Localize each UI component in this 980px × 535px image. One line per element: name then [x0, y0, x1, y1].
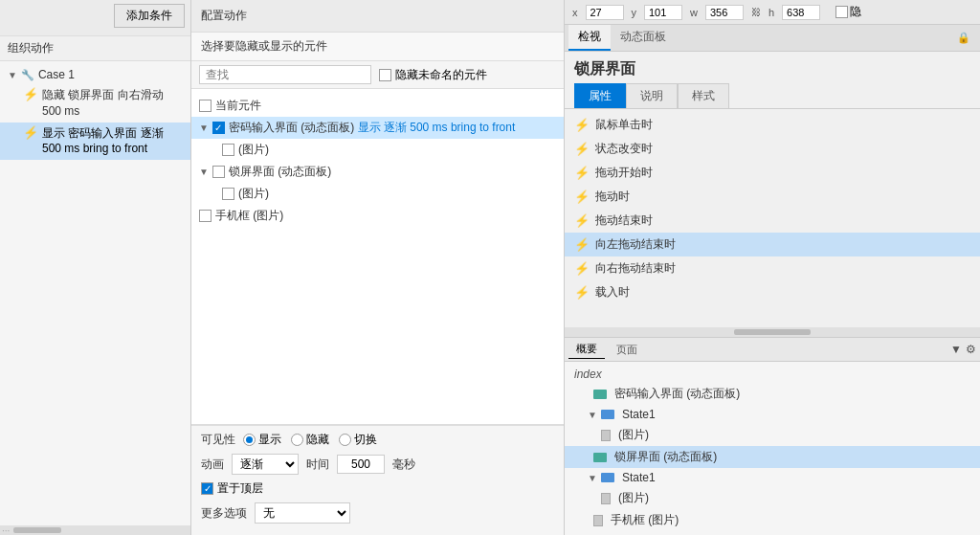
- tab-inspect[interactable]: 检视: [568, 25, 611, 51]
- event-load[interactable]: ⚡ 载入时: [565, 280, 980, 304]
- h-label: h: [768, 7, 774, 18]
- cb-pwd-img[interactable]: [222, 144, 234, 156]
- y-input[interactable]: [644, 5, 682, 20]
- element-visibility-header: 选择要隐藏或显示的元件: [191, 33, 564, 61]
- cb-phone-img[interactable]: [199, 210, 212, 222]
- w-label: w: [690, 7, 698, 18]
- animation-select[interactable]: 逐渐: [232, 454, 299, 475]
- index-item-lock-img[interactable]: (图片): [565, 487, 980, 509]
- hide-unnamed-checkbox[interactable]: [379, 69, 391, 81]
- radio-hide-circle[interactable]: [291, 434, 303, 446]
- tree-item-lock-img[interactable]: (图片): [191, 183, 564, 205]
- event-scroll-thumb[interactable]: [734, 329, 811, 335]
- cb-current[interactable]: [199, 100, 212, 112]
- radio-show-label: 显示: [258, 432, 281, 448]
- filter-icon[interactable]: ▼: [950, 343, 962, 356]
- event-mouse-click[interactable]: ⚡ 鼠标单击时: [565, 113, 980, 137]
- pwd-img-label: (图片): [238, 142, 269, 158]
- settings-icon[interactable]: ⚙: [966, 343, 976, 356]
- events-list: ⚡ 鼠标单击时 ⚡ 状态改变时 ⚡ 拖动开始时 ⚡ 拖动时 ⚡ 拖动结束时 ⚡ …: [565, 109, 980, 327]
- index-item-phone[interactable]: 手机框 (图片): [565, 509, 980, 531]
- prop-tab-property[interactable]: 属性: [574, 83, 626, 108]
- radio-show-circle[interactable]: [243, 434, 256, 446]
- search-input[interactable]: [199, 65, 371, 84]
- w-input[interactable]: [705, 5, 744, 20]
- event-state-change[interactable]: ⚡ 状态改变时: [565, 137, 980, 161]
- event-icon-1: ⚡: [574, 142, 590, 156]
- cb-pwd-panel[interactable]: ✓: [212, 122, 225, 134]
- index-item-lock-panel[interactable]: 锁屏界面 (动态面板): [565, 446, 980, 468]
- index-item-pwd-img[interactable]: (图片): [565, 424, 980, 446]
- bottom-tab-page[interactable]: 页面: [609, 341, 645, 359]
- lock-state1-arrow: ▼: [588, 473, 597, 483]
- left-scrollbar[interactable]: ···: [0, 525, 190, 535]
- left-tree: ▼ 🔧 Case 1 ⚡ 隐藏 锁屏界面 向右滑动 500 ms ⚡ 显示 密码…: [0, 61, 190, 525]
- event-label-2: 拖动开始时: [595, 165, 653, 181]
- h-input[interactable]: [782, 5, 820, 20]
- radio-toggle-circle[interactable]: [339, 434, 351, 446]
- event-drag-start[interactable]: ⚡ 拖动开始时: [565, 161, 980, 185]
- hide-unnamed-label: 隐藏未命名的元件: [395, 67, 487, 83]
- radio-toggle-label: 切换: [354, 432, 377, 448]
- tree-item-pwd-panel[interactable]: ▼ ✓ 密码输入界面 (动态面板) 显示 逐渐 500 ms bring to …: [191, 117, 564, 139]
- animation-label: 动画: [201, 457, 224, 473]
- arrow-lock: ▼: [199, 167, 209, 177]
- hide-checkbox[interactable]: [835, 6, 848, 18]
- event-scrollbar[interactable]: [565, 327, 980, 337]
- event-swipe-left[interactable]: ⚡ 向左拖动结束时: [565, 233, 980, 256]
- event-icon-3: ⚡: [574, 189, 590, 204]
- bottom-tab-overview[interactable]: 概要: [568, 340, 605, 359]
- index-pwd-img-label: (图片): [618, 427, 649, 443]
- radio-hide[interactable]: 隐藏: [291, 432, 329, 448]
- index-item-pwd-panel[interactable]: 密码输入界面 (动态面板): [565, 383, 980, 405]
- action-item-2[interactable]: ⚡ 显示 密码输入界面 逐渐 500 ms bring to front: [0, 123, 190, 161]
- action-text-1: 隐藏 锁屏界面 向右滑动 500 ms: [42, 87, 183, 120]
- event-swipe-right[interactable]: ⚡ 向右拖动结束时: [565, 256, 980, 280]
- configure-actions-header: 配置动作: [191, 0, 564, 33]
- prop-tab-description[interactable]: 说明: [626, 83, 678, 108]
- current-label: 当前元件: [215, 98, 261, 114]
- time-unit-label: 毫秒: [392, 457, 415, 473]
- x-input[interactable]: [586, 5, 624, 20]
- tree-item-pwd-img[interactable]: (图片): [191, 139, 564, 161]
- link-wh-icon[interactable]: ⛓: [751, 7, 761, 17]
- lightning-icon-1: ⚡: [23, 88, 38, 100]
- event-icon-7: ⚡: [574, 285, 590, 300]
- event-icon-5: ⚡: [574, 237, 590, 252]
- more-options-select[interactable]: 无: [255, 502, 350, 524]
- event-icon-6: ⚡: [574, 261, 590, 276]
- tree-item-phone-img[interactable]: 手机框 (图片): [191, 205, 564, 227]
- event-label-1: 状态改变时: [595, 141, 653, 157]
- prop-tab-style[interactable]: 样式: [678, 83, 729, 108]
- pwd-img-icon: [601, 430, 611, 441]
- event-drag-end[interactable]: ⚡ 拖动结束时: [565, 209, 980, 233]
- cb-lock-panel[interactable]: [212, 166, 225, 178]
- index-item-lock-state1[interactable]: ▼ State1: [565, 468, 980, 487]
- time-input[interactable]: [337, 455, 385, 474]
- coords-bar: x y w ⛓ h 隐: [565, 0, 980, 25]
- radio-show[interactable]: 显示: [243, 432, 281, 448]
- event-drag[interactable]: ⚡ 拖动时: [565, 185, 980, 209]
- radio-toggle[interactable]: 切换: [339, 432, 377, 448]
- tree-item-lock-panel[interactable]: ▼ 锁屏界面 (动态面板): [191, 161, 564, 183]
- action-item-1[interactable]: ⚡ 隐藏 锁屏界面 向右滑动 500 ms: [0, 84, 190, 123]
- index-item-pwd-state1[interactable]: ▼ State1: [565, 405, 980, 424]
- top-layer-checkbox[interactable]: ✓: [201, 482, 213, 495]
- phone-img-label: 手机框 (图片): [215, 208, 283, 224]
- left-scroll-thumb[interactable]: [13, 527, 61, 533]
- pwd-panel-label: 密码输入界面 (动态面板) 显示 逐渐 500 ms bring to fron…: [229, 120, 515, 136]
- cb-lock-img[interactable]: [222, 188, 234, 200]
- add-condition-button[interactable]: 添加条件: [114, 4, 185, 28]
- event-icon-0: ⚡: [574, 118, 590, 132]
- animation-row: 动画 逐渐 时间 毫秒: [201, 454, 554, 475]
- index-phone-label: 手机框 (图片): [611, 512, 679, 528]
- lock-img-icon: [601, 493, 611, 504]
- case-item[interactable]: ▼ 🔧 Case 1: [0, 65, 190, 84]
- tab-dynamic-panel[interactable]: 动态面板: [611, 25, 676, 51]
- hide-unnamed-option[interactable]: 隐藏未命名的元件: [379, 67, 487, 83]
- lock-icon-button[interactable]: 🔒: [951, 30, 976, 46]
- subheader-text: 选择要隐藏或显示的元件: [201, 38, 327, 55]
- top-layer-row: ✓ 置于顶层: [201, 480, 554, 497]
- tree-item-current[interactable]: 当前元件: [191, 95, 564, 117]
- index-pwd-state1-label: State1: [622, 408, 656, 421]
